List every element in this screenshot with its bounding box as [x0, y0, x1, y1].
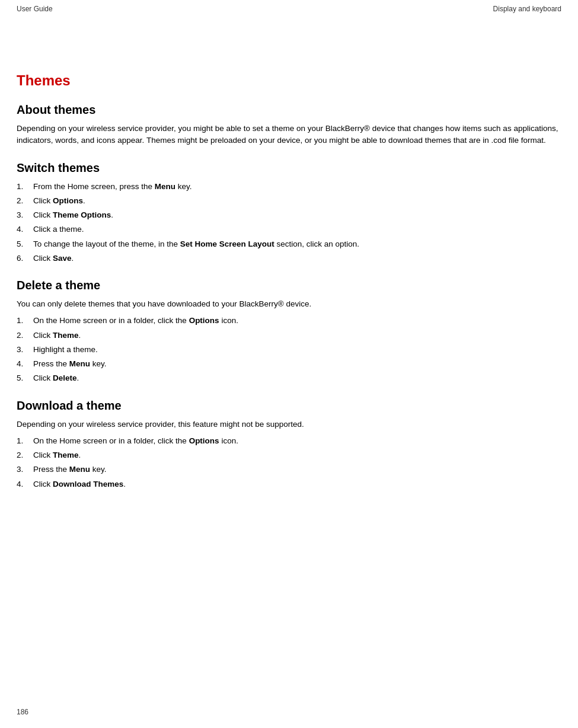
delete-theme-heading: Delete a theme [17, 279, 561, 292]
about-themes-body: Depending on your wireless service provi… [17, 123, 561, 147]
switch-themes-heading: Switch themes [17, 161, 561, 175]
list-item: 1. On the Home screen or in a folder, cl… [17, 435, 561, 447]
download-theme-body: 1. On the Home screen or in a folder, cl… [17, 435, 561, 490]
header-right-label: Display and keyboard [493, 5, 561, 13]
list-item: 2. Click Theme. [17, 449, 561, 461]
section-about-themes: About themes Depending on your wireless … [17, 103, 561, 147]
list-item: 3. Click Theme Options. [17, 209, 561, 221]
section-switch-themes: Switch themes 1. From the Home screen, p… [17, 161, 561, 265]
delete-theme-body: 1. On the Home screen or in a folder, cl… [17, 315, 561, 384]
section-delete-theme: Delete a theme You can only delete theme… [17, 279, 561, 385]
list-item: 2. Click Theme. [17, 330, 561, 341]
list-item: 5. To change the layout of the theme, in… [17, 238, 561, 250]
page-title: Themes [17, 72, 561, 89]
download-theme-intro: Depending on your wireless service provi… [17, 419, 561, 430]
section-download-theme: Download a theme Depending on your wirel… [17, 399, 561, 490]
list-item: 1. On the Home screen or in a folder, cl… [17, 315, 561, 327]
download-theme-heading: Download a theme [17, 399, 561, 413]
list-item: 1. From the Home screen, press the Menu … [17, 181, 561, 193]
delete-theme-intro: You can only delete themes that you have… [17, 298, 561, 310]
switch-themes-body: 1. From the Home screen, press the Menu … [17, 181, 561, 265]
list-item: 4. Click Download Themes. [17, 478, 561, 490]
list-item: 5. Click Delete. [17, 372, 561, 384]
list-item: 4. Click a theme. [17, 223, 561, 235]
list-item: 3. Highlight a theme. [17, 344, 561, 356]
list-item: 4. Press the Menu key. [17, 358, 561, 370]
list-item: 2. Click Options. [17, 195, 561, 207]
header-left-label: User Guide [17, 5, 53, 13]
list-item: 3. Press the Menu key. [17, 464, 561, 475]
page-number: 186 [17, 708, 28, 716]
about-themes-heading: About themes [17, 103, 561, 117]
list-item: 6. Click Save. [17, 253, 561, 264]
